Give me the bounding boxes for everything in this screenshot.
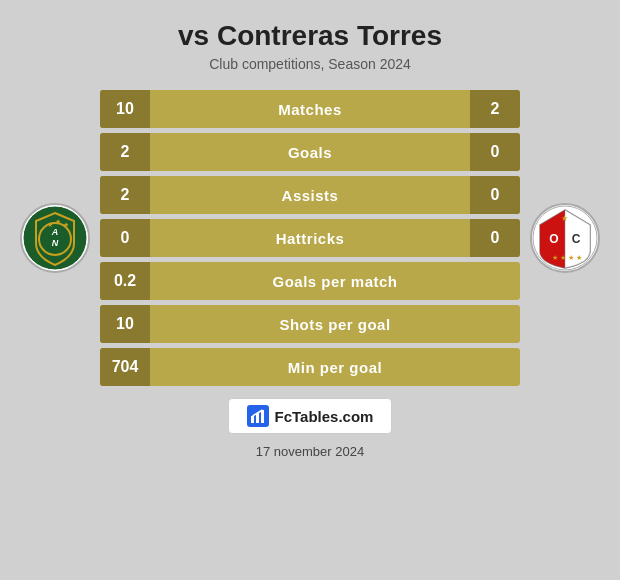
stat-row: 10 Shots per goal xyxy=(100,305,520,343)
right-logo-circle: O C ★ ★ ★ ★ ★ xyxy=(530,203,600,273)
subtitle: Club competitions, Season 2024 xyxy=(209,56,411,72)
stat-row: 704 Min per goal xyxy=(100,348,520,386)
watermark-section: FcTables.com xyxy=(228,398,393,434)
stat-row: 0.2 Goals per match xyxy=(100,262,520,300)
svg-text:A: A xyxy=(51,227,59,237)
watermark-box: FcTables.com xyxy=(228,398,393,434)
svg-rect-17 xyxy=(261,410,264,423)
card: vs Contreras Torres Club competitions, S… xyxy=(0,0,620,580)
right-team-logo: O C ★ ★ ★ ★ ★ xyxy=(520,203,610,273)
chart-icon xyxy=(247,405,269,427)
stat-label: Min per goal xyxy=(150,359,520,376)
svg-text:★: ★ xyxy=(47,221,53,228)
svg-text:★: ★ xyxy=(561,214,568,223)
stat-left-value: 2 xyxy=(100,133,150,171)
stat-row: 2 Goals 0 xyxy=(100,133,520,171)
stat-left-value: 10 xyxy=(100,90,150,128)
svg-text:C: C xyxy=(572,232,581,246)
stat-left-value: 0 xyxy=(100,219,150,257)
svg-text:★: ★ xyxy=(63,221,69,228)
stat-row: 10 Matches 2 xyxy=(100,90,520,128)
svg-text:★: ★ xyxy=(560,254,566,261)
stat-left-value: 704 xyxy=(100,348,150,386)
middle-section: A N ★ ★ ★ 10 Matches 2 2 Goals 0 2 xyxy=(10,90,610,386)
stat-right-value: 2 xyxy=(470,90,520,128)
svg-text:★: ★ xyxy=(568,254,574,261)
svg-text:N: N xyxy=(52,238,59,248)
opponent-shield-icon: O C ★ ★ ★ ★ ★ xyxy=(532,205,598,271)
page-title: vs Contreras Torres xyxy=(178,20,442,52)
svg-text:★: ★ xyxy=(55,218,61,225)
footer-date: 17 november 2024 xyxy=(256,444,364,459)
stat-row: 2 Assists 0 xyxy=(100,176,520,214)
svg-rect-15 xyxy=(251,416,254,423)
stat-left-value: 0.2 xyxy=(100,262,150,300)
stat-label: Shots per goal xyxy=(150,316,520,333)
stat-label: Goals xyxy=(150,144,470,161)
stat-left-value: 2 xyxy=(100,176,150,214)
left-logo-circle: A N ★ ★ ★ xyxy=(20,203,90,273)
svg-text:O: O xyxy=(549,232,558,246)
stat-right-value: 0 xyxy=(470,133,520,171)
stat-label: Assists xyxy=(150,187,470,204)
stat-right-value: 0 xyxy=(470,219,520,257)
stat-label: Hattricks xyxy=(150,230,470,247)
stat-label: Matches xyxy=(150,101,470,118)
svg-text:★: ★ xyxy=(552,254,558,261)
svg-text:★: ★ xyxy=(576,254,582,261)
stat-label: Goals per match xyxy=(150,273,520,290)
left-team-logo: A N ★ ★ ★ xyxy=(10,203,100,273)
nacional-shield-icon: A N ★ ★ ★ xyxy=(22,205,88,271)
stat-left-value: 10 xyxy=(100,305,150,343)
stat-right-value: 0 xyxy=(470,176,520,214)
stat-row: 0 Hattricks 0 xyxy=(100,219,520,257)
stats-section: 10 Matches 2 2 Goals 0 2 Assists 0 0 Hat… xyxy=(100,90,520,386)
watermark-text: FcTables.com xyxy=(275,408,374,425)
